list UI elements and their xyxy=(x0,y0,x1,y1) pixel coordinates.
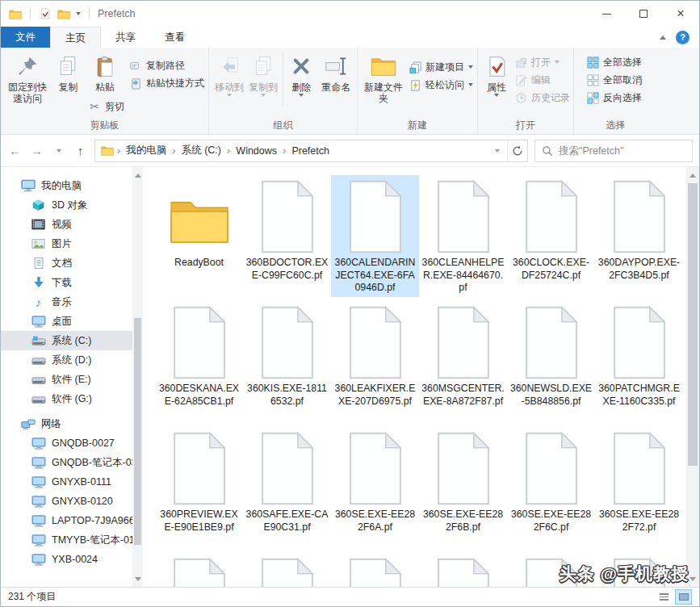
scrollbar-thumb[interactable] xyxy=(688,183,698,466)
tab-view[interactable]: 查看 xyxy=(150,27,199,48)
invert-selection-button[interactable]: 反向选择 xyxy=(584,89,644,107)
rename-button[interactable]: 重命名 xyxy=(316,52,355,94)
back-button[interactable]: ← xyxy=(4,140,26,161)
sidebar-item-network-pc[interactable]: GNQDB-笔记本-03 xyxy=(1,453,143,472)
select-none-icon xyxy=(586,73,599,86)
sidebar-item-network-pc[interactable]: YXB-0024 xyxy=(1,550,143,569)
easy-access-button[interactable]: 轻松访问 xyxy=(406,76,476,94)
breadcrumb-item[interactable]: 系统 (C:) xyxy=(176,144,227,157)
file-tile[interactable]: 360SE.EXE-EE282F72.pf xyxy=(595,427,683,536)
thumbnails-view-button[interactable] xyxy=(675,589,692,605)
new-folder-button[interactable]: 新建文件夹 xyxy=(361,52,406,106)
sidebar-item-drive-d[interactable]: 系统 (D:) xyxy=(1,350,143,370)
maximize-button[interactable] xyxy=(625,1,662,27)
sidebar-item-drive-e[interactable]: 软件 (E:) xyxy=(1,370,143,389)
sidebar-item-network-pc[interactable]: GNYXB-0111 xyxy=(1,472,143,492)
sidebar-scrollbar[interactable] xyxy=(132,167,143,587)
close-button[interactable]: × xyxy=(662,1,699,27)
paste-shortcut-button[interactable]: 粘贴快捷方式 xyxy=(127,74,207,92)
up-button[interactable]: ↑ xyxy=(69,140,91,161)
delete-button[interactable]: 删除 xyxy=(286,52,316,98)
edit-button[interactable]: 编辑 xyxy=(512,71,572,89)
sidebar-item-3d-objects[interactable]: 3D 对象 xyxy=(1,195,143,215)
file-tile[interactable]: 360DESKANA.EXE-62A85CB1.pf xyxy=(155,301,243,410)
status-bar: 231 个项目 xyxy=(1,587,699,606)
file-tile[interactable]: 360PREVIEW.EXE-E90E1BE9.pf xyxy=(155,427,243,536)
sidebar-item-pictures[interactable]: 图片 xyxy=(1,234,143,253)
file-tile[interactable]: 360BDOCTOR.EXE-C99FC60C.pf xyxy=(243,175,331,284)
scroll-up-icon[interactable] xyxy=(132,169,143,182)
file-tile-partial[interactable] xyxy=(243,553,331,587)
file-tile[interactable]: 360MSGCENTER.EXE-8A872F87.pf xyxy=(419,301,507,410)
sidebar-item-music[interactable]: ♪ 音乐 xyxy=(1,292,143,312)
file-tile[interactable]: 360LEAKFIXER.EXE-207D6975.pf xyxy=(331,301,419,410)
paste-button[interactable]: 粘贴 xyxy=(86,52,124,94)
select-all-button[interactable]: 全部选择 xyxy=(584,53,644,71)
scroll-up-icon[interactable] xyxy=(686,169,699,182)
breadcrumb-item[interactable]: 我的电脑 xyxy=(120,144,172,157)
file-tile[interactable]: 360NEWSLD.EXE-5B848856.pf xyxy=(507,301,595,410)
sidebar-item-desktop[interactable]: 桌面 xyxy=(1,312,143,331)
sidebar-item-documents[interactable]: 文档 xyxy=(1,253,143,273)
details-view-button[interactable] xyxy=(656,589,673,605)
scrollbar-thumb[interactable] xyxy=(134,318,141,545)
sidebar-item-drive-g[interactable]: 软件 (G:) xyxy=(1,389,143,408)
history-button[interactable]: 历史记录 xyxy=(512,89,572,107)
tab-file[interactable]: 文件 xyxy=(1,27,50,48)
new-folder-quick-icon[interactable] xyxy=(57,7,70,20)
sidebar-item-videos[interactable]: 视频 xyxy=(1,215,143,234)
breadcrumb-item[interactable]: Windows xyxy=(230,145,283,157)
sidebar-item-my-computer[interactable]: 我的电脑 xyxy=(1,176,143,195)
properties-button[interactable]: 属性 xyxy=(481,52,512,98)
file-tile[interactable]: 360KIS.EXE-18116532.pf xyxy=(243,301,331,410)
file-tile-partial[interactable] xyxy=(331,553,419,587)
file-tile[interactable]: 360PATCHMGR.EXE-1160C335.pf xyxy=(595,301,683,410)
file-tile[interactable]: 360CLEANHELPER.EXE-84464670.pf xyxy=(419,175,507,297)
folder-tile[interactable]: ReadyBoot xyxy=(155,175,243,272)
file-tile[interactable]: 360SE.EXE-EE282F6C.pf xyxy=(507,427,595,536)
file-tile[interactable]: 360DAYPOP.EXE-2FC3B4D5.pf xyxy=(595,175,683,284)
sidebar-item-drive-c[interactable]: 系统 (C:) xyxy=(1,331,143,350)
file-tile-partial[interactable] xyxy=(419,553,507,587)
collapse-ribbon-icon[interactable] xyxy=(660,36,666,40)
copy-button[interactable]: 复制 xyxy=(51,52,86,94)
customize-toolbar-arrow-icon[interactable] xyxy=(76,12,81,15)
file-icon xyxy=(345,555,406,587)
cut-button[interactable]: ✂ 剪切 xyxy=(86,98,127,115)
breadcrumb[interactable]: › 我的电脑 › 系统 (C:) › Windows › Prefetch xyxy=(94,140,528,162)
file-tile[interactable]: 360SE.EXE-EE282F6B.pf xyxy=(419,427,507,536)
navigation-pane: 我的电脑 3D 对象 视频 图片 文档 下载 xyxy=(1,167,143,587)
sidebar-item-network-pc[interactable]: GNYXB-0120 xyxy=(1,492,143,511)
open-button[interactable]: 打开 xyxy=(512,53,572,71)
pin-to-quick-access-button[interactable]: 固定到快速访问 xyxy=(4,52,51,106)
copy-to-button[interactable]: 复制到 xyxy=(246,52,280,98)
select-none-button[interactable]: 全部取消 xyxy=(584,71,644,89)
forward-button[interactable]: → xyxy=(26,140,48,161)
scroll-down-icon[interactable] xyxy=(132,572,143,585)
sidebar-item-network-pc[interactable]: GNQDB-0027 xyxy=(1,433,143,453)
properties-quick-icon[interactable] xyxy=(39,7,52,20)
file-tile-partial[interactable] xyxy=(155,553,243,587)
new-item-button[interactable]: 新建项目 xyxy=(406,58,476,76)
address-dropdown-button[interactable] xyxy=(487,140,507,161)
search-input[interactable] xyxy=(559,145,685,157)
file-area-scrollbar[interactable] xyxy=(686,167,699,587)
sidebar-item-downloads[interactable]: 下载 xyxy=(1,273,143,292)
file-tile-selected[interactable]: 360CALENDARINJECT64.EXE-6FA0946D.pf xyxy=(331,175,419,297)
recent-locations-button[interactable] xyxy=(48,140,69,161)
file-tile[interactable]: 360SE.EXE-EE282F6A.pf xyxy=(331,427,419,536)
sidebar-item-network-pc[interactable]: TMYYB-笔记本-01 xyxy=(1,530,143,550)
refresh-button[interactable] xyxy=(507,140,527,161)
tab-home[interactable]: 主页 xyxy=(50,27,101,48)
move-to-button[interactable]: 移动到 xyxy=(212,52,246,98)
sidebar-item-network[interactable]: 网络 xyxy=(1,414,143,433)
tab-share[interactable]: 共享 xyxy=(101,27,150,48)
search-box[interactable] xyxy=(534,140,693,162)
file-tile[interactable]: 360CLOCK.EXE-DF25724C.pf xyxy=(507,175,595,284)
breadcrumb-item[interactable]: Prefetch xyxy=(286,145,335,157)
sidebar-item-network-pc[interactable]: LAPTOP-7J9A9669 xyxy=(1,511,143,530)
minimize-button[interactable] xyxy=(588,1,625,27)
file-tile[interactable]: 360SAFE.EXE-CAE90C31.pf xyxy=(243,427,331,536)
copy-path-button[interactable]: 复制路径 xyxy=(127,57,207,74)
help-icon[interactable]: ? xyxy=(676,31,690,44)
